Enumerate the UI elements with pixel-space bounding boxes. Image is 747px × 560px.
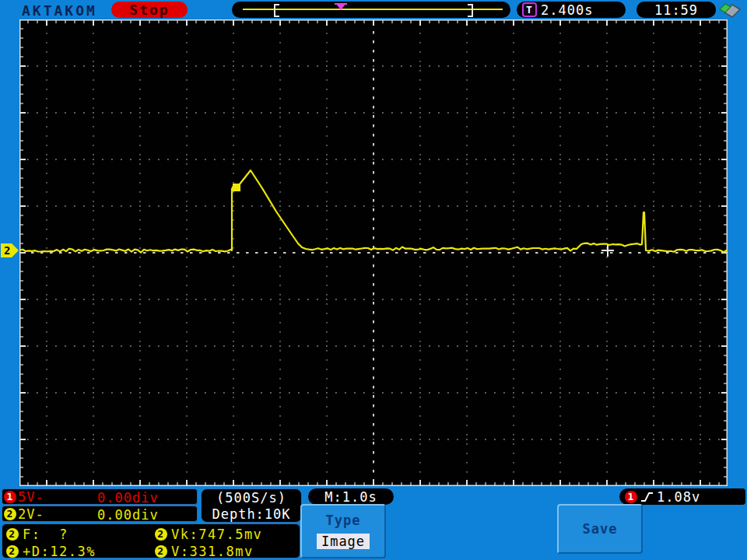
measurement-v: 2 V:331.8mv [155,544,254,559]
acquisition-box: (500S/s) Depth:10K [201,488,302,523]
window-bracket-left-icon [274,4,279,17]
ch1-badge: 1 [4,491,16,503]
measurements-box: 2 F: ? 2 Vk:747.5mv 2 +D:12.3% 2 V:331.8… [2,523,300,558]
meas-ch-badge: 2 [6,528,19,541]
ch1-info-box: 1 5V- 0.00div [2,488,198,505]
trigger-t-icon: T [522,2,537,17]
meas-ch-badge: 2 [155,528,167,541]
waveform-display [19,19,728,486]
clock: 11:59 [637,2,716,18]
rising-edge-icon [640,491,654,503]
timebase-pill: M:1.0s [308,488,394,505]
measurement-frequency: 2 F: ? [6,527,68,542]
oscilloscope-screen: AKTAKOM Stop T 2.400s 11:59 2 1 5V- 0.00… [0,0,747,560]
ch2-ground-marker: 2 [0,243,20,258]
ch2-scale: 2V- [18,506,44,522]
ch2-offset: 0.00div [97,507,159,523]
ch2-marker-number: 2 [4,244,10,257]
run-state-badge: Stop [111,2,188,18]
ch1-scale: 5V- [18,489,44,505]
trigger-level-value: 1.08v [657,489,700,505]
type-value[interactable]: Image [317,534,370,549]
measurement-duty: 2 +D:12.3% [6,544,96,559]
measurement-text: F: ? [23,527,68,542]
trigger-info-bar: 1 1.08v [619,488,745,505]
save-label: Save [583,521,618,537]
ch1-offset: 0.00div [97,490,159,506]
meas-ch-badge: 2 [155,545,167,558]
trigger-position-arrow-icon [336,4,345,10]
type-label: Type [302,513,384,528]
memory-depth: Depth:10K [202,506,301,523]
window-bracket-right-icon [468,4,473,17]
trigger-time-pill: T 2.400s [517,2,626,18]
measurement-text: +D:12.3% [23,544,96,559]
measurement-text: Vk:747.5mv [171,527,262,542]
save-button[interactable]: Save [557,504,643,554]
ch2-info-box: 2 2V- 0.00div [2,506,198,522]
type-button[interactable]: Type Image [300,504,386,558]
sample-rate: (500S/s) [202,490,301,506]
trigger-ch-badge: 1 [625,491,637,503]
measurement-text: V:331.8mv [171,544,254,559]
usb-disk-icon [717,1,742,19]
measurement-vk: 2 Vk:747.5mv [155,527,262,542]
brand-logo: AKTAKOM [22,2,97,19]
horizontal-position-bar [232,2,510,18]
ch2-badge: 2 [4,508,16,520]
record-length-line [243,9,503,10]
trigger-time-value: 2.400s [541,2,593,18]
meas-ch-badge: 2 [6,545,19,558]
